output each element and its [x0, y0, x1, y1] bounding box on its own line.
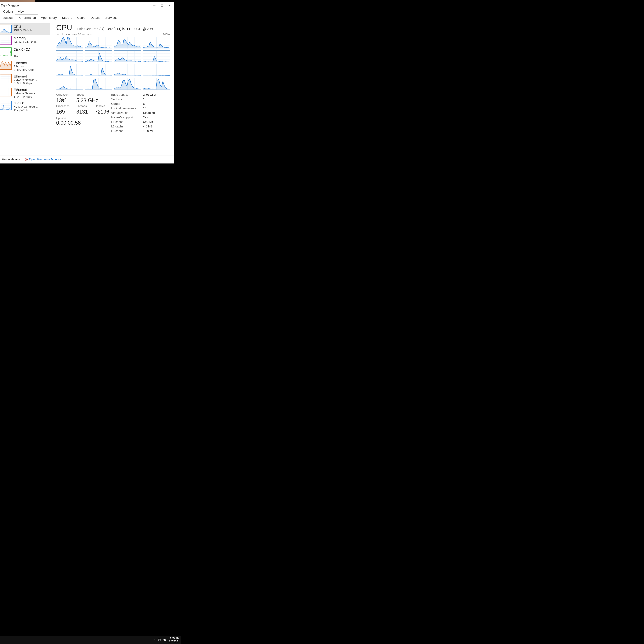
background-strip [0, 0, 35, 2]
sidebar-title: Ethernet [14, 74, 38, 78]
uptime-value: 0:00:00:58 [56, 120, 110, 126]
sidebar-title: Ethernet [14, 88, 38, 92]
processes-value: 169 [56, 109, 76, 115]
threads-label: Threads [76, 104, 95, 108]
titlebar[interactable]: Task Manager — ☐ ✕ [0, 2, 174, 9]
sidebar-thumb-eth2 [0, 88, 12, 96]
tab-startup[interactable]: Startup [59, 14, 75, 21]
core-chart-2 [114, 37, 141, 49]
resource-monitor-label: Open Resource Monitor [29, 158, 61, 161]
spec-value-8: 16.0 MB [143, 129, 170, 133]
spec-value-5: Yes [143, 116, 170, 119]
utilization-value: 13% [56, 97, 76, 103]
tab-processes[interactable]: cesses [0, 14, 15, 21]
close-button[interactable]: ✕ [166, 2, 173, 9]
sidebar-thumb-memory [0, 36, 12, 45]
core-chart-15 [143, 78, 170, 90]
utilization-label: Utilization [56, 93, 76, 96]
sidebar-line2: VMware Network ... [14, 92, 38, 95]
spec-label-3: Logical processors: [111, 107, 143, 110]
minimize-button[interactable]: — [150, 2, 158, 9]
sidebar-line2: VMware Network ... [14, 78, 38, 82]
tabs: cesses Performance App history Startup U… [0, 14, 174, 21]
sidebar-line2: 4.5/31.8 GB (14%) [14, 40, 37, 43]
sidebar-title: Ethernet [14, 61, 34, 65]
menu-options[interactable]: Options [3, 9, 14, 14]
tab-app-history[interactable]: App history [38, 14, 59, 21]
spec-value-2: 8 [143, 102, 170, 106]
fewer-details-link[interactable]: Fewer details [2, 158, 20, 161]
open-resource-monitor-link[interactable]: Open Resource Monitor [25, 158, 61, 161]
speed-value: 5.23 GHz [76, 97, 113, 103]
sidebar-line3: S: 0 R: 0 Kbps [14, 82, 38, 85]
sidebar-item-memory[interactable]: Memory4.5/31.8 GB (14%) [0, 35, 50, 46]
spec-label-1: Sockets: [111, 98, 143, 101]
sidebar-item-cpu[interactable]: CPU13% 5.23 GHz [0, 23, 50, 35]
chart-right-label: 100% [163, 33, 170, 36]
uptime-label: Up time [56, 117, 110, 120]
sidebar-line2: 13% 5.23 GHz [14, 29, 32, 32]
tab-users[interactable]: Users [75, 14, 88, 21]
sidebar-title: Disk 0 (C:) [14, 47, 30, 51]
core-chart-5 [85, 50, 112, 63]
handles-label: Handles [95, 104, 113, 108]
sidebar-thumb-cpu [0, 25, 12, 33]
core-chart-3 [143, 37, 170, 49]
core-chart-13 [85, 78, 112, 90]
menu-view[interactable]: View [18, 9, 25, 14]
spec-label-7: L2 cache: [111, 125, 143, 128]
spec-label-6: L1 cache: [111, 120, 143, 124]
menubar: Options View [0, 9, 174, 14]
tab-performance[interactable]: Performance [15, 14, 38, 21]
spec-label-0: Base speed: [111, 93, 143, 97]
task-manager-window: Task Manager — ☐ ✕ Options View cesses P… [0, 2, 174, 164]
sidebar-thumb-eth1 [0, 74, 12, 83]
core-chart-4 [56, 50, 83, 63]
spec-value-1: 1 [143, 98, 170, 101]
tab-details[interactable]: Details [88, 14, 103, 21]
cpu-model: 11th Gen Intel(R) Core(TM) i9-11900KF @ … [76, 27, 170, 31]
sidebar-thumb-eth0 [0, 61, 12, 70]
separator [22, 158, 22, 161]
window-title: Task Manager [1, 4, 20, 7]
sidebar-line2: Ethernet [14, 65, 34, 68]
sidebar-thumb-disk0 [0, 47, 12, 56]
core-chart-0 [56, 37, 83, 49]
handles-value: 72196 [95, 109, 113, 115]
footer: Fewer details Open Resource Monitor [0, 155, 174, 163]
sidebar: CPU13% 5.23 GHzMemory4.5/31.8 GB (14%)Di… [0, 21, 50, 155]
spec-value-7: 4.0 MB [143, 125, 170, 128]
core-chart-6 [114, 50, 141, 63]
sidebar-line3: 1% [14, 55, 30, 58]
sidebar-item-disk0[interactable]: Disk 0 (C:)SSD1% [0, 46, 50, 60]
tab-services[interactable]: Services [103, 14, 120, 21]
sidebar-item-eth1[interactable]: EthernetVMware Network ...S: 0 R: 0 Kbps [0, 73, 50, 86]
sidebar-title: Memory [14, 36, 37, 40]
core-chart-1 [85, 37, 112, 49]
sidebar-line3: S: 8.0 R: 0 Kbps [14, 68, 34, 72]
main-panel: CPU 11th Gen Intel(R) Core(TM) i9-11900K… [50, 21, 174, 155]
sidebar-line3: S: 0 R: 0 Kbps [14, 95, 38, 98]
core-grid [56, 37, 170, 90]
sidebar-line3: 1% (34 °C) [14, 109, 40, 112]
sidebar-item-eth2[interactable]: EthernetVMware Network ...S: 0 R: 0 Kbps [0, 86, 50, 100]
spec-value-3: 16 [143, 107, 170, 110]
sidebar-title: CPU [14, 25, 32, 29]
spec-label-5: Hyper-V support: [111, 116, 143, 119]
sidebar-line2: NVIDIA GeForce G... [14, 105, 40, 109]
core-chart-9 [85, 64, 112, 76]
chart-left-label: % Utilization over 30 seconds [57, 33, 92, 36]
spec-value-6: 640 KB [143, 120, 170, 124]
sidebar-line2: SSD [14, 51, 30, 55]
resource-monitor-icon [25, 158, 28, 161]
core-chart-12 [56, 78, 83, 90]
sidebar-title: GPU 0 [14, 101, 40, 105]
sidebar-item-gpu0[interactable]: GPU 0NVIDIA GeForce G...1% (34 °C) [0, 100, 50, 113]
spec-value-4: Disabled [143, 111, 170, 115]
sidebar-item-eth0[interactable]: EthernetEthernetS: 8.0 R: 0 Kbps [0, 60, 50, 73]
spec-label-4: Virtualization: [111, 111, 143, 115]
core-chart-8 [56, 64, 83, 76]
maximize-button[interactable]: ☐ [158, 2, 166, 9]
processes-label: Processes [56, 104, 76, 108]
spec-label-2: Cores: [111, 102, 143, 106]
